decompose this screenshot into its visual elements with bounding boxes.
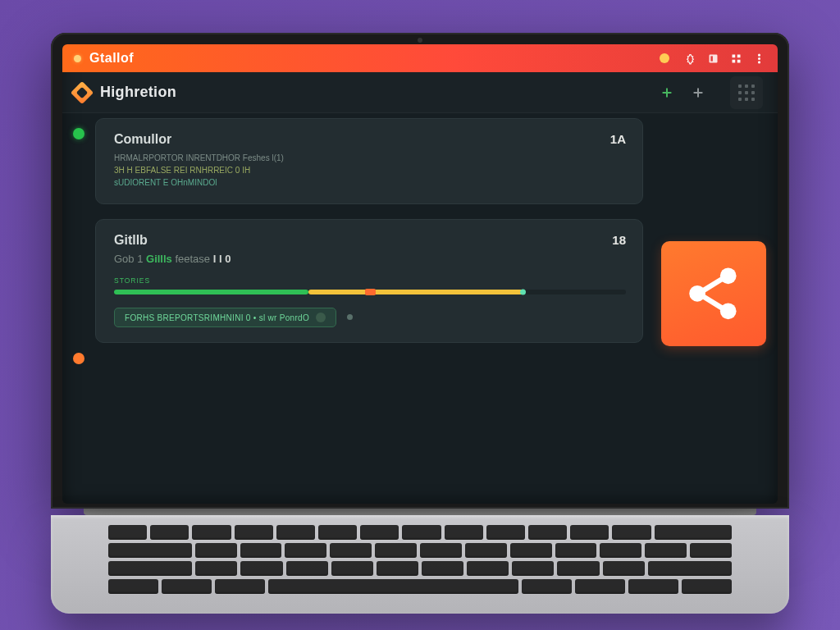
grid-icon[interactable] bbox=[728, 51, 743, 66]
card-comullor[interactable]: Comullor 1A HRMALRPORTOR INRENTDHOR Fesh… bbox=[95, 118, 643, 204]
status-chip[interactable]: FORHS BREPORTSRIMHNINI 0 • sl wr PonrdO bbox=[114, 308, 336, 327]
card-body-lines: HRMALRPORTOR INRENTDHOR Feshes l(1) 3H H… bbox=[114, 152, 626, 189]
svg-point-7 bbox=[758, 57, 760, 59]
share-nodes-icon bbox=[677, 257, 751, 331]
svg-rect-2 bbox=[732, 54, 735, 57]
section-header: Highretion bbox=[62, 72, 778, 113]
keyboard-deck bbox=[51, 515, 789, 614]
progress-end-dot-icon bbox=[520, 290, 526, 295]
card-subline: Gob 1 Gillls feetase I I 0 bbox=[114, 253, 626, 265]
card-gitllb[interactable]: Gitllb 18 Gob 1 Gillls feetase I I 0 STO… bbox=[95, 219, 643, 343]
app-title: Gtallof bbox=[89, 51, 134, 66]
card-title: Comullor bbox=[114, 132, 171, 147]
drag-grip-icon[interactable] bbox=[730, 76, 763, 109]
add-green-button[interactable] bbox=[656, 82, 678, 103]
card-count: 18 bbox=[612, 233, 626, 247]
brand-tile[interactable] bbox=[661, 241, 766, 346]
menu-icon[interactable] bbox=[751, 51, 766, 66]
line: sUDIORENT E OHnMINDOl bbox=[114, 176, 626, 189]
section-title: Highretion bbox=[100, 84, 176, 101]
app-window: Gtallof Highretion bbox=[62, 44, 778, 504]
card-count: 1A bbox=[610, 132, 626, 146]
line: HRMALRPORTOR INRENTDHOR Feshes l(1) bbox=[114, 152, 626, 164]
laptop-frame: Gtallof Highretion bbox=[51, 33, 789, 614]
content-body: Comullor 1A HRMALRPORTOR INRENTDHOR Fesh… bbox=[62, 113, 778, 504]
main-column: Comullor 1A HRMALRPORTOR INRENTDHOR Fesh… bbox=[95, 113, 655, 504]
card-title: Gitllb bbox=[114, 233, 148, 248]
chip-info-icon bbox=[316, 313, 326, 322]
left-gutter bbox=[62, 113, 95, 504]
mini-label: STORIES bbox=[114, 276, 626, 285]
camera-dot bbox=[418, 38, 422, 43]
status-dot-orange-icon bbox=[73, 353, 84, 364]
svg-rect-0 bbox=[709, 54, 717, 62]
status-dot-icon bbox=[660, 53, 669, 63]
svg-point-8 bbox=[758, 61, 760, 62]
right-column bbox=[655, 113, 778, 504]
progress-bar[interactable] bbox=[114, 290, 626, 294]
tool-icon[interactable] bbox=[682, 51, 697, 66]
svg-line-12 bbox=[703, 279, 722, 290]
diamond-icon bbox=[71, 80, 94, 103]
svg-rect-4 bbox=[732, 59, 735, 62]
svg-rect-1 bbox=[710, 56, 713, 61]
svg-point-6 bbox=[758, 54, 760, 56]
progress-seg-orange bbox=[365, 289, 377, 295]
panel-icon[interactable] bbox=[705, 51, 720, 66]
progress-seg-yellow bbox=[308, 290, 523, 294]
screen-bezel: Gtallof Highretion bbox=[51, 33, 789, 509]
svg-line-13 bbox=[703, 297, 722, 308]
svg-rect-3 bbox=[737, 54, 740, 57]
window-control-dot[interactable] bbox=[74, 55, 81, 62]
progress-seg-green bbox=[114, 290, 308, 294]
line: 3H H EBFALSE REI RNHRREIC 0 IH bbox=[114, 164, 626, 176]
add-button[interactable] bbox=[687, 82, 709, 103]
svg-rect-5 bbox=[737, 59, 740, 62]
chip-text: FORHS BREPORTSRIMHNINI 0 • sl wr PonrdO bbox=[125, 313, 309, 322]
titlebar: Gtallof bbox=[62, 44, 778, 72]
laptop-hinge bbox=[84, 509, 756, 515]
chip-trail-dot-icon bbox=[347, 314, 353, 320]
status-dot-green-icon bbox=[73, 128, 84, 139]
